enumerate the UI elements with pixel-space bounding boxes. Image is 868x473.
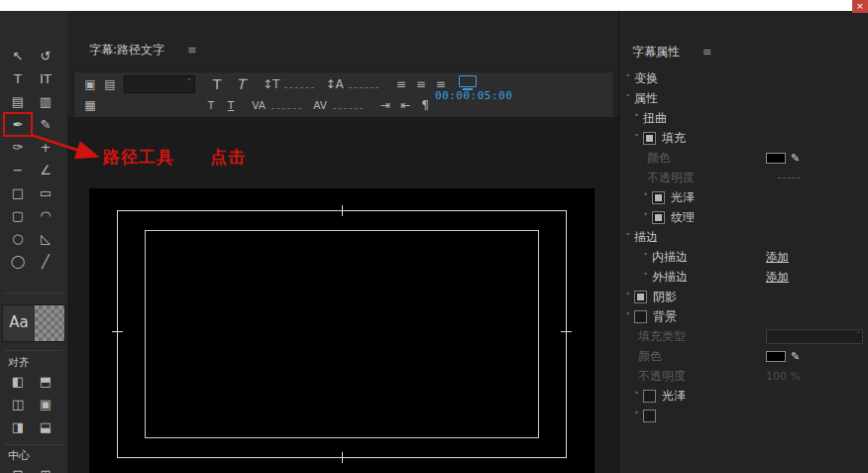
center-tick-left bbox=[112, 331, 123, 332]
vertical-type-tool[interactable]: IT bbox=[32, 67, 59, 90]
font-size-icon[interactable]: ↕T bbox=[263, 77, 279, 91]
chevron-right-icon[interactable]: ˃ bbox=[630, 113, 643, 123]
property-row: 颜色✎ bbox=[619, 346, 868, 366]
add-anchor-tool[interactable]: + bbox=[32, 136, 59, 159]
vertical-area-type-tool[interactable]: ▥ bbox=[32, 90, 59, 113]
property-row: 不透明度100 % bbox=[619, 366, 868, 386]
chevron-down-icon[interactable]: ˅ bbox=[630, 133, 643, 143]
chevron-right-icon[interactable]: ˃ bbox=[630, 411, 643, 420]
align-horizontal-center[interactable]: ◫ bbox=[4, 393, 32, 415]
property-row: ˅背景 bbox=[619, 306, 868, 326]
chevron-down-icon[interactable]: ˅ bbox=[621, 232, 634, 242]
properties-panel: 字幕属性 ≡ ˅变换˅属性˃扭曲˅填充颜色✎不透明度˃光泽˃纹理˅描边˅内描边添… bbox=[618, 11, 868, 473]
chevron-down-icon[interactable]: ˅ bbox=[621, 93, 634, 103]
video-preview[interactable] bbox=[89, 188, 595, 473]
properties-list: ˅变换˅属性˃扭曲˅填充颜色✎不透明度˃光泽˃纹理˅描边˅内描边添加˅外描边添加… bbox=[619, 68, 868, 473]
add-link[interactable]: 添加 bbox=[766, 270, 789, 285]
property-row: ˅填充 bbox=[619, 128, 868, 148]
checkbox[interactable] bbox=[643, 132, 656, 145]
timecode-display[interactable]: 00:00:05:00 bbox=[435, 89, 500, 102]
tracking-value[interactable] bbox=[333, 108, 363, 109]
leading-icon[interactable]: ↕A bbox=[325, 77, 343, 91]
checkbox[interactable] bbox=[634, 291, 647, 303]
checkbox[interactable] bbox=[643, 410, 656, 422]
fill-type-select[interactable]: ˅ bbox=[766, 329, 863, 344]
leading-value[interactable] bbox=[349, 87, 379, 88]
convert-anchor-tool[interactable]: ∠ bbox=[32, 159, 59, 181]
chevron-down-icon[interactable]: ˅ bbox=[639, 252, 652, 262]
property-label: 外描边 bbox=[652, 269, 688, 286]
properties-menu-icon[interactable]: ≡ bbox=[703, 46, 711, 59]
close-button[interactable]: × bbox=[852, 0, 868, 13]
font-size-value[interactable] bbox=[284, 87, 314, 88]
align-grid: ◧⬒◫▣◨⬓ bbox=[4, 370, 59, 438]
small-caps-button[interactable]: T bbox=[203, 99, 219, 111]
ellipse-tool[interactable]: ◯ bbox=[4, 250, 32, 273]
checkbox[interactable] bbox=[643, 390, 656, 403]
chevron-down-icon: ˅ bbox=[856, 331, 860, 341]
chevron-right-icon[interactable]: ˃ bbox=[630, 391, 643, 401]
align-horizontal-left[interactable]: ◧ bbox=[4, 370, 32, 393]
style-list-icon[interactable]: ▤ bbox=[102, 77, 118, 91]
color-swatch[interactable] bbox=[766, 153, 786, 164]
circle-tool[interactable]: ○ bbox=[4, 227, 32, 250]
checkbox[interactable] bbox=[652, 211, 665, 224]
color-swatch[interactable] bbox=[766, 351, 786, 362]
font-family-select[interactable]: ˅ bbox=[124, 75, 195, 93]
align-left-button[interactable]: ≡ bbox=[393, 77, 409, 91]
property-label: 纹理 bbox=[671, 209, 695, 226]
delete-anchor-tool[interactable]: − bbox=[4, 159, 32, 181]
panel-menu-icon[interactable]: ≡ bbox=[187, 44, 196, 57]
eyedropper-icon[interactable]: ✎ bbox=[791, 152, 800, 165]
value-placeholder[interactable] bbox=[778, 177, 800, 178]
area-type-tool[interactable]: ▤ bbox=[4, 90, 32, 113]
window-titlebar: × bbox=[0, 0, 868, 11]
pen-tool[interactable]: ✑ bbox=[4, 136, 32, 159]
font-browser-button[interactable]: Aa bbox=[2, 304, 65, 342]
rectangle-tool[interactable]: □ bbox=[4, 181, 32, 204]
kerning-icon[interactable]: VA bbox=[251, 99, 267, 111]
path-type-tool[interactable]: ✒ bbox=[4, 113, 32, 136]
chevron-right-icon[interactable]: ˃ bbox=[639, 212, 652, 222]
center-vertical[interactable]: ⊞ bbox=[32, 463, 59, 473]
center-horizontal[interactable]: ⊟ bbox=[4, 463, 32, 473]
chevron-down-icon[interactable]: ˅ bbox=[639, 272, 652, 282]
paragraph-icon[interactable]: ¶ bbox=[417, 98, 433, 112]
align-horizontal-right[interactable]: ◨ bbox=[4, 415, 32, 438]
wedge-tool[interactable]: ◺ bbox=[32, 227, 59, 250]
bold-button[interactable]: T bbox=[207, 76, 227, 92]
property-row: ˅变换 bbox=[619, 68, 868, 88]
type-tool[interactable]: T bbox=[4, 67, 32, 90]
templates-icon[interactable]: ▦ bbox=[82, 98, 98, 112]
line-tool[interactable]: ╱ bbox=[32, 250, 59, 273]
chevron-right-icon[interactable]: ˃ bbox=[639, 192, 652, 202]
clipped-corner-tool[interactable]: ▢ bbox=[4, 204, 32, 227]
tab-title[interactable]: 字幕:路径文字 bbox=[89, 43, 164, 57]
align-vertical-bottom[interactable]: ⬓ bbox=[32, 415, 59, 438]
rotation-tool[interactable]: ↺ bbox=[32, 45, 59, 67]
eyedropper-icon[interactable]: ✎ bbox=[791, 350, 800, 363]
kerning-value[interactable] bbox=[271, 108, 301, 109]
align-vertical-center[interactable]: ▣ bbox=[32, 393, 59, 415]
checkbox[interactable] bbox=[634, 310, 647, 323]
show-video-icon[interactable] bbox=[459, 75, 477, 87]
center-section-title: 中心 bbox=[8, 448, 30, 463]
checkbox[interactable] bbox=[652, 191, 665, 204]
underline-button[interactable]: T bbox=[223, 99, 239, 111]
insert-tab-icon[interactable]: ⇤ bbox=[397, 98, 413, 112]
selection-tool[interactable]: ↖ bbox=[4, 45, 32, 67]
chevron-down-icon[interactable]: ˅ bbox=[621, 73, 634, 83]
tab-stop-icon[interactable]: ⇥ bbox=[378, 98, 393, 112]
align-center-button[interactable]: ≡ bbox=[413, 77, 429, 91]
arc-tool[interactable]: ◠ bbox=[32, 204, 59, 227]
align-vertical-top[interactable]: ⬒ bbox=[32, 370, 59, 393]
italic-button[interactable]: T bbox=[231, 76, 251, 92]
vertical-path-type-tool[interactable]: ✎ bbox=[32, 113, 59, 136]
rounded-rectangle-tool[interactable]: ▭ bbox=[32, 181, 59, 204]
chevron-down-icon[interactable]: ˅ bbox=[621, 292, 634, 301]
font-browse-icon[interactable]: ▣ bbox=[82, 77, 98, 91]
tracking-icon[interactable]: AV bbox=[312, 99, 328, 111]
chevron-down-icon[interactable]: ˅ bbox=[621, 311, 634, 321]
add-link[interactable]: 添加 bbox=[766, 250, 789, 265]
property-label: 颜色 bbox=[638, 348, 662, 365]
